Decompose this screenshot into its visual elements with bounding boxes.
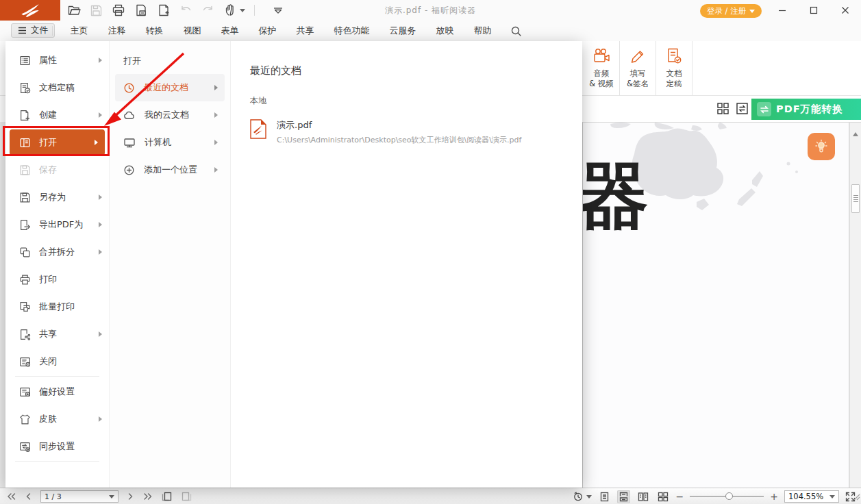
menu-item-save-as[interactable]: 另存为 <box>5 184 109 211</box>
scroll-up-icon[interactable] <box>853 129 858 136</box>
tab-home[interactable]: 主页 <box>60 25 98 37</box>
zoom-box-caret-icon <box>829 495 835 499</box>
undo-icon[interactable] <box>179 4 192 17</box>
menu-item-open[interactable]: 打开 <box>10 129 105 155</box>
save-menu-icon <box>19 164 31 176</box>
grid-view-icon[interactable] <box>716 102 729 118</box>
new-document-icon[interactable] <box>157 3 171 17</box>
location-cloud-documents[interactable]: 我的云文档 <box>115 101 225 129</box>
menu-item-sync-settings[interactable]: 同步设置 <box>5 433 109 460</box>
zoom-out-icon[interactable]: − <box>676 492 684 501</box>
menu-item-batch-print[interactable]: 批量打印 <box>5 293 109 320</box>
ribbon-button-group: 音频& 视频 填写&签名 文档定稿 <box>584 41 692 96</box>
doc-finalize-label: 文档定稿 <box>666 68 682 89</box>
recent-file-name: 演示.pdf <box>277 119 521 131</box>
last-page-icon[interactable] <box>143 492 152 501</box>
tab-help[interactable]: 帮助 <box>464 25 501 37</box>
hand-tool-caret-icon <box>240 9 245 12</box>
recent-section-label: 本地 <box>250 95 582 107</box>
tab-present[interactable]: 放映 <box>426 25 464 37</box>
first-page-icon[interactable] <box>7 492 16 501</box>
previous-page-icon[interactable] <box>25 492 31 501</box>
login-register-label: 登录 / 注册 <box>707 6 746 16</box>
document-heading-fragment: 器 <box>582 160 649 231</box>
tab-share[interactable]: 共享 <box>286 25 324 37</box>
save-icon[interactable] <box>90 4 103 17</box>
menu-item-close[interactable]: 关闭 <box>5 348 109 375</box>
tab-view[interactable]: 视图 <box>173 25 211 37</box>
tips-bulb-button[interactable] <box>808 133 835 160</box>
menu-item-create[interactable]: 创建 <box>5 101 109 129</box>
fill-sign-button[interactable]: 填写&签名 <box>620 41 656 96</box>
menu-item-share[interactable]: 共享 <box>5 320 109 348</box>
menu-divider <box>15 376 99 377</box>
page-indicator-box[interactable]: 1 / 3 <box>40 490 118 503</box>
recent-documents-panel: 最近的文档 本地 演示.pdf C:\Users\Administrator\D… <box>231 41 582 488</box>
menu-item-doc-finalize[interactable]: 文档定稿 <box>5 74 109 101</box>
zoom-slider-knob[interactable] <box>725 492 733 500</box>
scrollbar-thumb[interactable] <box>851 184 860 213</box>
submenu-arrow-icon <box>214 112 218 118</box>
rotate-view-icon[interactable] <box>573 491 592 502</box>
doc-finalize-button[interactable]: 文档定稿 <box>656 41 692 96</box>
zoom-level-box[interactable]: 104.55% <box>784 490 839 503</box>
pdf-convert-button[interactable]: PDF万能转换 <box>751 99 861 120</box>
recent-file-item[interactable]: 演示.pdf C:\Users\Administrator\Desktop\se… <box>250 119 582 145</box>
tab-form[interactable]: 表单 <box>211 25 249 37</box>
submenu-arrow-icon <box>99 194 102 200</box>
tab-convert[interactable]: 转换 <box>136 25 173 37</box>
menu-item-skin[interactable]: 皮肤 <box>5 405 109 433</box>
audio-video-button[interactable]: 音频& 视频 <box>584 41 620 96</box>
close-button[interactable] <box>829 0 861 21</box>
doc-collapse-icon[interactable] <box>134 3 148 17</box>
title-bar: 演示.pdf - 福昕阅读器 登录 / 注册 <box>0 0 861 21</box>
tab-protect[interactable]: 保护 <box>249 25 286 37</box>
print-icon[interactable] <box>112 3 125 17</box>
hand-tool-icon[interactable] <box>223 3 245 17</box>
open-panel-title: 打开 <box>123 55 230 67</box>
properties-icon <box>19 55 31 66</box>
redo-icon[interactable] <box>201 4 214 17</box>
single-page-view-icon[interactable] <box>598 490 611 503</box>
grid-pages-view-icon[interactable] <box>656 490 670 503</box>
maximize-button[interactable] <box>798 0 829 21</box>
submenu-arrow-icon <box>99 222 102 227</box>
next-view-icon[interactable] <box>182 492 192 501</box>
login-register-button[interactable]: 登录 / 注册 <box>700 4 762 18</box>
document-canvas[interactable]: 器 <box>582 122 861 488</box>
vertical-scrollbar[interactable] <box>849 123 861 488</box>
menu-item-merge-split[interactable]: 合并拆分 <box>5 238 109 266</box>
tab-cloud[interactable]: 云服务 <box>379 25 426 37</box>
facing-view-icon[interactable] <box>636 490 650 503</box>
menu-item-print[interactable]: 打印 <box>5 266 109 293</box>
search-icon[interactable] <box>510 25 522 40</box>
switch-tabs-icon[interactable] <box>736 102 749 118</box>
menu-item-properties[interactable]: 属性 <box>5 47 109 74</box>
zoom-slider[interactable] <box>690 496 764 497</box>
tab-comment[interactable]: 注释 <box>98 25 136 37</box>
zoom-level-value: 104.55% <box>788 492 823 501</box>
ribbon-tabs: 主页 注释 转换 视图 表单 保护 共享 特色功能 云服务 放映 帮助 <box>60 21 501 41</box>
next-page-icon[interactable] <box>128 492 134 501</box>
tab-features[interactable]: 特色功能 <box>324 25 379 37</box>
login-caret-icon <box>749 10 755 13</box>
video-camera-icon <box>592 47 611 65</box>
window-title: 演示.pdf - 福昕阅读器 <box>274 0 587 21</box>
save-as-icon <box>19 192 31 203</box>
menu-item-preferences[interactable]: 偏好设置 <box>5 378 109 405</box>
sync-settings-icon <box>19 441 31 453</box>
file-menu-button[interactable]: 文件 <box>11 23 55 38</box>
open-file-icon[interactable] <box>67 3 81 17</box>
status-bar: 1 / 3 − + <box>0 488 861 504</box>
location-computer[interactable]: 计算机 <box>115 129 225 156</box>
menu-item-export-pdf[interactable]: 导出PDF为 <box>5 211 109 238</box>
previous-view-icon[interactable] <box>162 492 172 501</box>
resize-grip[interactable] <box>852 490 860 503</box>
menu-item-save[interactable]: 保存 <box>5 156 109 184</box>
continuous-view-icon[interactable] <box>617 490 630 503</box>
open-locations-column: 打开 最近的文档 我的云文档 计算机 添加一个位置 <box>110 41 231 488</box>
location-recent-documents[interactable]: 最近的文档 <box>115 74 225 101</box>
zoom-in-icon[interactable]: + <box>770 492 778 501</box>
minimize-button[interactable] <box>766 0 798 21</box>
location-add-place[interactable]: 添加一个位置 <box>115 156 225 184</box>
